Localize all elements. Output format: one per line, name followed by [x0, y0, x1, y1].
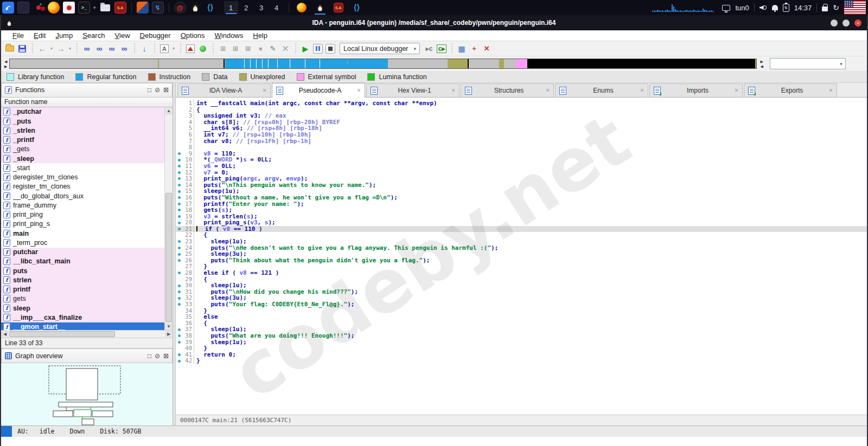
code-line[interactable]: 21 if ( v8 == 110 )	[176, 226, 867, 232]
tab-close-icon[interactable]: ×	[357, 87, 361, 94]
code-line[interactable]: 9 v8 = 110;	[176, 151, 867, 157]
window-button-ida-penguin[interactable]	[312, 1, 328, 15]
scroll-down-icon[interactable]: ▼	[165, 322, 173, 330]
add-function-button[interactable]: ⊞	[242, 43, 253, 55]
code-line[interactable]: 10 *(_QWORD *)s = 0LL;	[176, 157, 867, 163]
edit-button[interactable]: ✎	[267, 43, 278, 55]
function-row[interactable]: f_start	[1, 163, 164, 172]
function-row[interactable]: f_strlen	[1, 126, 164, 135]
code-line[interactable]: 39 sleep(1u);	[176, 339, 867, 346]
band-right-arrows[interactable]: ▶◀	[760, 60, 763, 68]
workspace-button-1[interactable]: 1	[224, 1, 238, 14]
graph-overview-canvas[interactable]	[1, 363, 173, 425]
tab-structures[interactable]: Structures×	[461, 83, 554, 97]
search-text-button[interactable]: ∞	[94, 43, 105, 55]
tab-close-icon[interactable]: ×	[263, 87, 266, 94]
scrollbar-thumb[interactable]	[165, 193, 172, 322]
function-row[interactable]: fprintf	[1, 285, 164, 294]
tab-close-icon[interactable]: ×	[451, 87, 455, 94]
function-row[interactable]: fprint_ping_s	[1, 219, 164, 229]
function-row[interactable]: fputchar	[1, 248, 164, 257]
maximize-button[interactable]	[843, 20, 850, 27]
close-icon[interactable]: ⊠	[163, 352, 169, 360]
text-view-button[interactable]: A	[160, 44, 169, 53]
code-line[interactable]: 17 printf("Enter your name: ");	[176, 201, 867, 208]
code-line[interactable]: 28 else if ( v8 == 121 )	[176, 270, 867, 276]
menu-help[interactable]: Help	[248, 30, 272, 41]
code-line[interactable]: 33 puts("Your flag: C0DEBY{Et0_Ne_Fl@g}.…	[176, 301, 867, 308]
code-line[interactable]: 41 return 0;	[176, 352, 867, 358]
code-line[interactable]: 31 puts("\nHow did you change his mind??…	[176, 289, 867, 295]
attach-process-button[interactable]: ▸c	[424, 43, 435, 55]
run-until-return-button[interactable]: c▸	[437, 44, 447, 53]
debugger-selector[interactable]: Local Linux debugger▾	[340, 43, 420, 54]
code-line[interactable]: 36 {	[176, 320, 867, 327]
navigation-band[interactable]: ↓	[9, 59, 757, 69]
clock[interactable]: 14:37	[794, 4, 812, 12]
function-row[interactable]: f__gmon_start__	[1, 322, 164, 331]
tab-pseudocode-a[interactable]: Pseudocode-A×	[272, 83, 365, 98]
menu-edit[interactable]: Edit	[29, 30, 50, 41]
window-button-vscode[interactable]: ⟨⟩	[349, 1, 365, 15]
debugger-stop-button[interactable]	[326, 44, 335, 54]
workspace-button-2[interactable]: 2	[239, 1, 253, 14]
menu-search[interactable]: Search	[78, 30, 110, 41]
code-line[interactable]: 27 }	[176, 263, 867, 270]
vscode-icon[interactable]: ⟨⟩	[205, 2, 216, 14]
function-row[interactable]: f__do_global_dtors_aux	[1, 191, 164, 201]
penguin-app-icon[interactable]	[189, 2, 201, 14]
code-line[interactable]: 20 print_ping_s(v3, s);	[176, 219, 867, 226]
function-row[interactable]: fprint_ping	[1, 210, 164, 219]
title-bar[interactable]: IDA - penguin.i64 (penguin) /media/sf_sh…	[1, 15, 867, 30]
search-address-button[interactable]: ∞	[81, 43, 92, 55]
function-row[interactable]: fregister_tm_clones	[1, 182, 164, 191]
lightning-app-icon[interactable]: ↯	[152, 2, 164, 14]
code-line[interactable]: 14 puts("\nThis penguin wants to know yo…	[176, 182, 867, 189]
function-row[interactable]: f__libc_start_main	[1, 257, 164, 266]
scrollbar-thumb[interactable]	[9, 331, 115, 337]
scroll-right-icon[interactable]: ▶	[165, 331, 173, 338]
function-row[interactable]: fsleep	[1, 303, 164, 313]
function-row[interactable]: f_printf	[1, 135, 164, 145]
float-icon[interactable]: ⊘	[155, 352, 160, 360]
restore-icon[interactable]: □	[148, 86, 151, 94]
tab-close-icon[interactable]: ×	[546, 87, 550, 94]
patch-button[interactable]: ∗	[255, 43, 266, 55]
function-row[interactable]: fderegister_tm_clones	[1, 173, 164, 182]
notifications-icon[interactable]	[772, 5, 778, 10]
red-app-icon[interactable]: S.A	[114, 2, 126, 14]
add-struct-button[interactable]: ⊞	[230, 43, 241, 55]
forward-history-dropdown-icon[interactable]: ▾	[68, 43, 72, 55]
band-left-arrows[interactable]: ◀▶	[4, 60, 7, 68]
close-button[interactable]: ×	[854, 20, 861, 27]
code-line[interactable]: 40 }	[176, 345, 867, 352]
restore-icon[interactable]: □	[148, 352, 151, 360]
menu-file[interactable]: File	[8, 30, 29, 41]
function-row[interactable]: fmain	[1, 229, 164, 238]
functions-vertical-scrollbar[interactable]: ▲ ▼	[164, 107, 173, 331]
function-row[interactable]: f__imp___cxa_finalize	[1, 313, 164, 322]
code-line[interactable]: 29 {	[176, 276, 867, 283]
navigate-forward-button[interactable]: →	[55, 43, 66, 55]
search-next-button[interactable]: ∞	[119, 43, 130, 55]
function-row[interactable]: fframe_dummy	[1, 201, 164, 210]
burpsuite-icon[interactable]	[137, 2, 149, 14]
tab-close-icon[interactable]: ×	[735, 87, 738, 94]
tab-exports[interactable]: Exports×	[744, 83, 837, 97]
function-row[interactable]: f_gets	[1, 145, 164, 154]
volume-icon[interactable]	[760, 4, 767, 11]
delete-breakpoint-button[interactable]: ✕	[481, 43, 492, 55]
text-view-dropdown-icon[interactable]: ▾	[171, 43, 176, 55]
workspace-button-4[interactable]: 4	[270, 1, 284, 14]
window-button-red-app[interactable]: S.A	[331, 1, 346, 15]
jump-button[interactable]: ↓	[139, 43, 150, 55]
files-app-icon[interactable]	[17, 2, 29, 14]
code-line[interactable]: 35 else	[176, 314, 867, 320]
code-line[interactable]: 22 {	[176, 232, 867, 238]
code-line[interactable]: 8	[176, 144, 867, 151]
function-row[interactable]: fstrlen	[1, 275, 164, 285]
keyboard-layout-us-flag[interactable]	[844, 1, 866, 15]
file-manager-icon[interactable]	[99, 2, 111, 14]
graph-overview-header[interactable]: Graph overview □ ⊘ ⊠	[1, 348, 173, 363]
function-name-column-header[interactable]: Function name	[1, 98, 173, 107]
